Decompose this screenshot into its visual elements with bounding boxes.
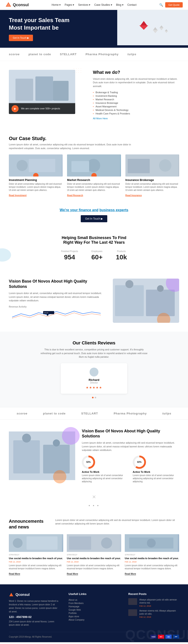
svg-rect-20 xyxy=(71,161,89,172)
footer-link-item[interactable]: About Company xyxy=(69,618,119,622)
navbar-cta-button[interactable]: Get Quote xyxy=(165,2,183,8)
case-study-section: Our Case Study. Lorem ipsum dolor sit am… xyxy=(0,129,188,204)
nav-contact[interactable]: Contact xyxy=(127,3,136,6)
svg-rect-41 xyxy=(69,536,91,550)
news-tag-2: Strategy xyxy=(67,554,121,556)
progress-label-2: Active To Work xyxy=(133,470,179,473)
svg-point-45 xyxy=(147,538,156,548)
news-title-2: Use social media to broaden the reach of… xyxy=(67,557,121,560)
svg-rect-22 xyxy=(128,159,150,173)
insurance-svg xyxy=(125,154,178,176)
news-read-link-2[interactable]: Read More xyxy=(67,573,78,575)
hero-headline: Treat your Sales Team Most Important be xyxy=(9,16,179,32)
post-title-1: Always aliqueam justo sit odio aenean vi… xyxy=(139,598,179,604)
what-we-do-section: ▶ We are complete over 500+ projects · ·… xyxy=(0,61,188,129)
logo[interactable]: Qconsul xyxy=(5,2,29,8)
all-more-link[interactable]: All More Here xyxy=(93,117,108,120)
news-svg-2 xyxy=(67,534,120,552)
vision2-team-image xyxy=(9,432,75,480)
nav-case-studies[interactable]: Case Studies ▾ xyxy=(94,3,112,6)
video-overlay: ▶ We are complete over 500+ projects xyxy=(9,104,75,114)
svg-point-36 xyxy=(53,440,60,446)
progress-label-1: Active To Work xyxy=(82,470,128,473)
footer-address: 234 Lorem ipsum dolor sit amet Novos. Lo… xyxy=(9,620,60,626)
news-tag-3: Strategy xyxy=(125,554,179,556)
progress-circle-1: 50% xyxy=(82,456,95,469)
team-image: ▶ We are complete over 500+ projects xyxy=(9,70,75,114)
visa-card-icon: VISA xyxy=(150,635,157,639)
play-button[interactable]: ▶ xyxy=(12,105,19,112)
news-read-link-1[interactable]: Read More xyxy=(9,573,20,575)
dot-2[interactable] xyxy=(95,397,96,398)
partner2-pharma: Pharma Photography xyxy=(114,412,147,415)
deco-dots: · · · ·· · · ·· · · · xyxy=(74,68,82,74)
deco-x: ✕ xyxy=(0,492,188,502)
stat-products-value: 10k xyxy=(116,254,127,261)
footer: Qconsul Word 1: Donec no cursus purus ma… xyxy=(0,584,188,642)
svg-rect-13 xyxy=(53,81,69,101)
progress-circle-2: 60% xyxy=(133,456,146,469)
nav-blog[interactable]: Blog ▾ xyxy=(116,3,123,6)
wave-chart-svg: 13.12 xyxy=(9,309,104,320)
service-item: Health Care Payers & Providers xyxy=(93,112,179,115)
stat-employees-label: Employees xyxy=(91,250,103,252)
footer-logo-icon xyxy=(9,592,14,597)
stats-grid: Finished Projects 954 Employees 60+ Prod… xyxy=(9,250,179,261)
progress-value-1: 50% xyxy=(84,457,93,467)
case-card-title3: Insurance Brokerage xyxy=(125,178,179,182)
case-read-link2[interactable]: Read Research xyxy=(67,194,83,196)
news-svg-3 xyxy=(125,534,178,552)
footer-link-item[interactable]: From Members xyxy=(69,602,119,605)
nav-home[interactable]: Home ▾ xyxy=(52,3,61,6)
news-read-link-3[interactable]: Read More xyxy=(125,573,136,575)
revenue-label: Revenue Activity xyxy=(9,306,104,308)
experts-link[interactable]: business experts xyxy=(99,208,128,212)
hero-content: Treat your Sales Team Most Important be … xyxy=(9,16,179,41)
dot-1[interactable] xyxy=(92,397,94,398)
post-date-2: Feb 12, 2018 xyxy=(139,616,179,618)
post-image-1 xyxy=(128,598,137,605)
nav-services[interactable]: Services ▾ xyxy=(78,3,90,6)
svg-point-38 xyxy=(13,538,23,548)
footer-bottom: Copyright 2019 Allergy. All Rights Reser… xyxy=(9,632,179,639)
case-card-title2: Market Research xyxy=(67,178,121,182)
footer-link-item[interactable]: Google Web xyxy=(69,608,119,612)
case-card-desc2: Dolor sit amet consectetur adipiscing el… xyxy=(67,182,121,192)
news-header-right: Lorem ipsum dolor sit amet consectetur a… xyxy=(55,518,179,526)
footer-link-item[interactable]: Homepage xyxy=(69,605,119,608)
case-read-link3[interactable]: Read Insurance xyxy=(125,194,142,196)
service-item: Insurance Brokerage xyxy=(93,101,179,105)
news-cards-container: Strategy Use social media to broaden the… xyxy=(9,534,179,576)
footer-link-item[interactable]: Apps store xyxy=(69,615,119,618)
partners-section-2: scoroe planet to code STELLART Pharma Ph… xyxy=(0,407,188,420)
hero-cta-button[interactable]: Get In Touch ▶ xyxy=(9,35,33,41)
stat-projects-value: 954 xyxy=(61,254,78,261)
progress-item-1: 50% Active To Work Lorem ipsum dolor sit… xyxy=(82,456,128,483)
footer-about-col: Qconsul Word 1: Donec no cursus purus ma… xyxy=(9,592,60,626)
stat-employees: Employees 60+ xyxy=(91,250,103,261)
experts-cta-button[interactable]: Get In Touch ▶ xyxy=(81,215,107,222)
footer-links-heading: Usefull Links xyxy=(69,592,119,596)
search-icon[interactable]: 🔍 xyxy=(159,3,163,7)
footer-posts-col: Recent Posts Always aliqueam justo sit o… xyxy=(128,592,179,626)
nav-pages[interactable]: Pages ▾ xyxy=(65,3,74,6)
footer-link-item[interactable]: About us xyxy=(69,598,119,602)
vision-section-2: Vision Base Of Novos About High Quality … xyxy=(0,420,188,492)
stat-projects-label: Finished Projects xyxy=(61,250,78,252)
vision2-content: Vision Base Of Novos About High Quality … xyxy=(82,428,179,483)
footer-link-item[interactable]: Portfolio xyxy=(69,612,119,615)
news-card-1: Strategy Use social media to broaden the… xyxy=(9,534,63,576)
svg-point-42 xyxy=(101,538,112,548)
reviews-heading: Our Clients Reviews xyxy=(9,340,179,346)
news-desc-3: Lorem ipsum dolor sit amet consectetur a… xyxy=(125,564,179,570)
case-read-link[interactable]: Read Investment xyxy=(9,194,27,196)
news-header: Announcements and news Lorem ipsum dolor… xyxy=(9,518,179,530)
footer-post-1: Always aliqueam justo sit odio aenean vi… xyxy=(128,598,179,607)
partner2-scoroe: scoroe xyxy=(17,412,28,415)
case-card-image-planning xyxy=(9,154,63,176)
reviewer-role: Director xyxy=(67,382,121,384)
footer-links-list: About us From Members Homepage Google We… xyxy=(69,598,119,622)
post-image-2 xyxy=(128,609,137,616)
what-we-do-image-area: ▶ We are complete over 500+ projects · ·… xyxy=(9,70,84,114)
case-card-investment: Investment Planning Dolor sit amet conse… xyxy=(9,154,63,197)
